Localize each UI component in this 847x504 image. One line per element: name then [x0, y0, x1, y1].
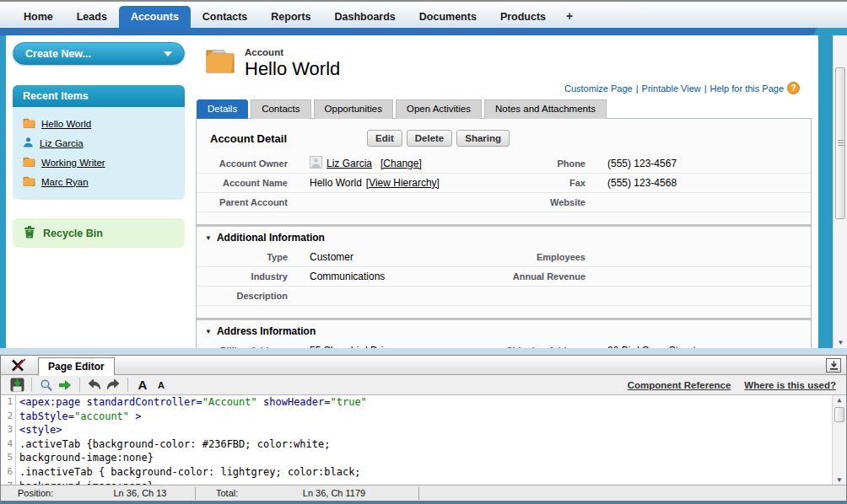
scrollbar-down-arrow-icon[interactable]: ▼ [833, 476, 846, 484]
create-new-dropdown[interactable]: Create New... [13, 42, 185, 65]
code-token: showHeader= [257, 396, 331, 408]
collapse-arrow-icon[interactable]: ▼ [205, 234, 212, 242]
header-link[interactable]: Printable View [642, 83, 701, 94]
where-is-this-used--link[interactable]: Where is this used? [744, 380, 836, 390]
undo-icon[interactable] [85, 378, 104, 391]
save-icon[interactable] [8, 378, 26, 392]
code-line[interactable]: .activeTab {background-color: #236FBD; c… [19, 437, 832, 452]
subtab-notes-and-attachments[interactable]: Notes and Attachments [484, 99, 607, 119]
folder-icon [23, 175, 35, 189]
collapse-editor-button[interactable] [826, 358, 841, 373]
question-mark-icon[interactable]: ? [787, 86, 800, 96]
recent-item[interactable]: Working Writer [23, 153, 178, 172]
nav-tabs-container: HomeLeadsAccountsContactsReportsDashboar… [12, 6, 558, 28]
font-increase-icon[interactable]: A [133, 378, 152, 392]
field-text: Customer [310, 251, 353, 263]
component-reference-link[interactable]: Component Reference [628, 380, 731, 390]
details-content: Account Detail EditDeleteSharing Account… [196, 118, 812, 348]
toolbar-separator [31, 378, 32, 392]
scrollbar-thumb[interactable] [834, 407, 844, 422]
code-line[interactable]: <style> [19, 423, 832, 437]
scrollbar-up-arrow-icon[interactable]: ▲ [833, 396, 846, 404]
edit-button[interactable]: Edit [367, 130, 402, 147]
code-lines[interactable]: <apex:page standardController="Account" … [16, 395, 832, 485]
code-line[interactable]: background-image:none} [19, 480, 832, 485]
page-title: Hello World [245, 58, 340, 80]
recent-items-title: Recent Items [13, 85, 185, 107]
link-separator: | [704, 83, 707, 94]
nav-tab-home[interactable]: Home [12, 6, 65, 28]
field-label: Phone [498, 158, 597, 169]
code-line[interactable]: .inactiveTab { background-color: lightgr… [19, 465, 832, 480]
scrollbar-grip [838, 140, 844, 147]
editor-toolbar: A A Component ReferenceWhere is this use… [1, 375, 846, 395]
field-link[interactable]: [Change] [380, 158, 422, 169]
code-line[interactable]: tabStyle="account" > [19, 410, 832, 424]
recent-item-link[interactable]: Hello World [41, 119, 91, 129]
position-value: Ln 36, Ch 13 [85, 488, 195, 498]
code-line[interactable]: background-image:none} [19, 451, 832, 465]
code-token: > [129, 410, 141, 422]
header-link[interactable]: Help for this Page [710, 83, 784, 94]
sharing-button[interactable]: Sharing [456, 130, 510, 147]
detail-row: TypeCustomerEmployees [197, 248, 811, 267]
create-new-label: Create New... [25, 48, 91, 60]
editor-vertical-scrollbar[interactable]: ▲ ▼ [832, 395, 846, 485]
subtab-open-activities[interactable]: Open Activities [396, 99, 482, 119]
nav-tab-leads[interactable]: Leads [65, 6, 119, 28]
recent-item[interactable]: Marc Ryan [23, 172, 178, 191]
dock-down-icon [828, 361, 839, 371]
detail-row: Parent AccountWebsite [197, 193, 811, 212]
field-label: Description [197, 291, 299, 301]
scrollbar-down-arrow-icon[interactable]: ▼ [834, 339, 847, 346]
editor-titlebar: Page Editor [1, 356, 846, 375]
record-header: Account Hello World [196, 35, 812, 80]
field-link[interactable]: Liz Garcia [326, 158, 372, 169]
go-arrow-icon[interactable] [56, 378, 74, 392]
header-link[interactable]: Customize Page [564, 83, 633, 94]
field-label: Type [197, 252, 299, 262]
code-token: .inactiveTab { background-color: lightgr… [19, 466, 361, 478]
scrollbar-thumb[interactable] [835, 67, 845, 219]
detail-row: Account NameHello World [View Hierarchy]… [197, 174, 811, 193]
nav-tab-contacts[interactable]: Contacts [191, 6, 259, 28]
preview-vertical-scrollbar[interactable]: ▼ [833, 35, 847, 348]
tab-page-editor[interactable]: Page Editor [38, 357, 115, 376]
code-token: background-image:none} [19, 480, 154, 485]
nav-tab-documents[interactable]: Documents [407, 6, 488, 28]
recent-item-link[interactable]: Liz Garcia [40, 138, 84, 148]
collapse-arrow-icon[interactable]: ▼ [205, 328, 212, 335]
nav-tab-reports[interactable]: Reports [259, 6, 322, 28]
code-line[interactable]: <apex:page standardController="Account" … [19, 395, 832, 410]
redo-icon[interactable] [104, 378, 122, 391]
close-editor-icon[interactable] [9, 358, 28, 375]
nav-tab-accounts[interactable]: Accounts [119, 6, 191, 28]
code-editor[interactable]: 1234567 <apex:page standardController="A… [1, 395, 846, 485]
code-token: .activeTab {background-color: #236FBD; c… [19, 438, 330, 450]
subtab-details[interactable]: Details [197, 99, 248, 119]
field-value: (555) 123-4568 [597, 177, 811, 189]
field-text: Hello World [310, 177, 362, 189]
svg-text:?: ? [790, 83, 796, 93]
recent-item-link[interactable]: Marc Ryan [41, 177, 89, 187]
field-label: Website [498, 197, 597, 207]
recycle-bin[interactable]: Recycle Bin [13, 218, 185, 248]
folder-icon [23, 156, 35, 169]
recent-item[interactable]: Hello World [23, 114, 178, 133]
field-label: Annual Revenue [498, 271, 597, 281]
nav-tab-dashboards[interactable]: Dashboards [323, 6, 407, 28]
statusbar-separator [195, 487, 196, 500]
field-label: Parent Account [197, 197, 299, 207]
subtab-opportunities[interactable]: Opportunities [314, 99, 393, 119]
avatar [310, 156, 322, 171]
field-link[interactable]: [View Hierarchy] [366, 177, 440, 189]
delete-button[interactable]: Delete [407, 130, 453, 147]
recent-item[interactable]: Liz Garcia [23, 133, 178, 153]
recent-item-link[interactable]: Working Writer [41, 158, 105, 168]
add-tab-button[interactable]: + [558, 4, 581, 28]
search-icon[interactable] [37, 378, 56, 392]
nav-tab-products[interactable]: Products [488, 6, 558, 28]
subtab-contacts[interactable]: Contacts [251, 99, 310, 119]
font-decrease-icon[interactable]: A [152, 378, 170, 392]
salesforce-page-preview: HomeLeadsAccountsContactsReportsDashboar… [0, 0, 847, 348]
